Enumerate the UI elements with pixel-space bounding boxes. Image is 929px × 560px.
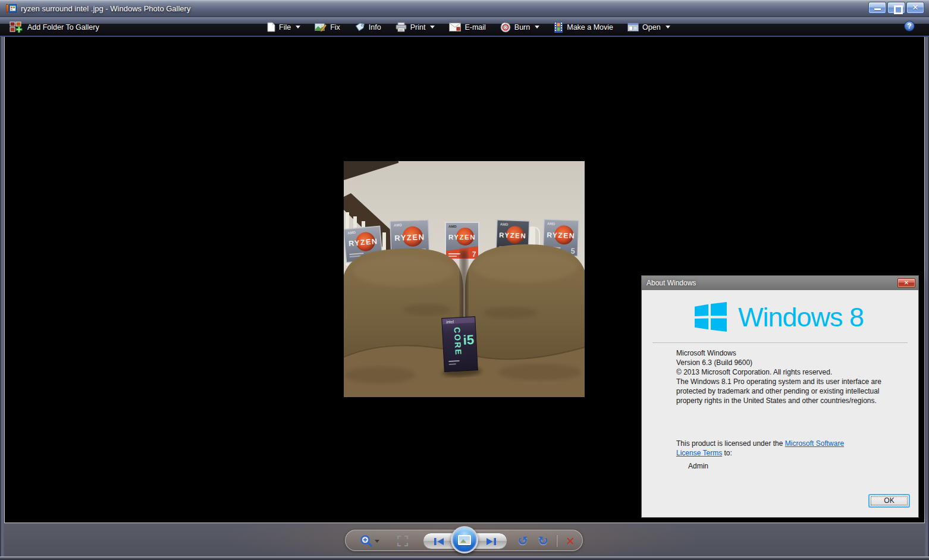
chevron-down-icon	[666, 26, 670, 29]
svg-text:CORE: CORE	[452, 327, 463, 356]
next-icon	[485, 536, 498, 548]
tag-icon	[354, 22, 365, 33]
licensee-name: Admin	[688, 461, 903, 471]
windows-product-name: Windows 8	[738, 304, 864, 331]
burn-disc-icon	[500, 22, 511, 33]
window-title: ryzen surround intel .jpg - Windows Phot…	[21, 4, 190, 13]
make-movie-button[interactable]: Make a Movie	[550, 20, 617, 34]
email-icon	[449, 23, 461, 32]
trademark-text: The Windows 8.1 Pro operating system and…	[676, 377, 903, 405]
close-button[interactable]	[906, 2, 924, 14]
dialog-close-button[interactable]: ✕	[897, 278, 915, 288]
open-button[interactable]: Open	[624, 20, 674, 34]
chevron-down-icon	[430, 26, 435, 29]
intel-box: intel CORE i5	[440, 316, 482, 377]
rotate-ccw-button[interactable]: ↺	[514, 533, 531, 549]
window-controls	[868, 2, 924, 14]
open-window-icon	[627, 23, 639, 32]
close-icon: ✕	[904, 279, 909, 286]
windows-logo: Windows 8	[693, 300, 918, 334]
help-icon: ?	[907, 22, 911, 30]
window-frame-right	[925, 37, 929, 560]
file-icon	[267, 22, 275, 32]
toolbar-divider	[557, 535, 557, 547]
titlebar[interactable]: ryzen surround intel .jpg - Windows Phot…	[0, 0, 929, 17]
info-button[interactable]: Info	[351, 20, 385, 34]
svg-text:intel: intel	[446, 319, 454, 324]
bottom-bar: ↺ ↻ ✕	[4, 523, 925, 556]
burn-button[interactable]: Burn	[497, 20, 543, 34]
os-version: Version 6.3 (Build 9600)	[676, 358, 903, 367]
minimize-button[interactable]	[868, 2, 886, 14]
magnifier-icon	[360, 534, 373, 548]
delete-icon: ✕	[566, 534, 575, 548]
license-text: This product is licensed under the Micro…	[676, 439, 856, 458]
zoom-dropdown-arrow-icon	[375, 540, 379, 543]
previous-button[interactable]	[423, 533, 454, 550]
email-button[interactable]: E-mail	[445, 20, 489, 34]
rotate-ccw-icon: ↺	[517, 534, 528, 548]
next-button[interactable]	[476, 533, 507, 550]
slideshow-button[interactable]	[451, 526, 478, 553]
chevron-down-icon	[296, 26, 300, 29]
photo-gallery-window: ryzen surround intel .jpg - Windows Phot…	[0, 0, 929, 560]
svg-text:RYZEN: RYZEN	[448, 234, 476, 241]
photo-gallery-app-icon	[6, 4, 17, 13]
dialog-titlebar[interactable]: About Windows ✕	[642, 276, 918, 290]
os-name: Microsoft Windows	[676, 348, 903, 358]
chevron-down-icon	[535, 26, 539, 29]
windows-flag-icon	[693, 301, 728, 333]
add-folder-icon	[10, 21, 24, 33]
spacer	[676, 405, 903, 439]
dialog-title: About Windows	[646, 279, 696, 287]
about-text-block: Microsoft Windows Version 6.3 (Build 960…	[676, 348, 903, 471]
svg-text:AMD: AMD	[394, 223, 403, 226]
rotate-cw-button[interactable]: ↻	[535, 533, 551, 549]
toolbar-center-group: File Fix Info	[263, 20, 681, 34]
photo-content: AMD RYZEN 5 AMD RYZEN 7 AMD RYZEN	[344, 161, 585, 397]
svg-text:AMD: AMD	[347, 231, 356, 235]
restore-button[interactable]	[887, 2, 905, 14]
svg-text:AMD: AMD	[500, 222, 509, 226]
main-toolbar: Add Folder To Gallery File Fix	[0, 17, 929, 37]
window-frame-bottom	[0, 556, 929, 560]
actual-size-button[interactable]	[394, 533, 411, 549]
svg-text:RYZEN: RYZEN	[547, 231, 575, 240]
fit-icon	[396, 534, 409, 548]
window-frame-left	[0, 37, 4, 560]
delete-button[interactable]: ✕	[561, 533, 580, 549]
svg-text:RYZEN: RYZEN	[394, 232, 425, 243]
svg-text:i5: i5	[463, 332, 475, 348]
file-button[interactable]: File	[263, 20, 304, 34]
fix-button[interactable]: Fix	[311, 20, 344, 34]
slideshow-icon	[458, 535, 471, 545]
svg-text:RYZEN: RYZEN	[499, 231, 526, 240]
svg-text:AMD: AMD	[547, 222, 556, 225]
add-folder-button[interactable]: Add Folder To Gallery	[6, 20, 103, 34]
controls-pill: ↺ ↻ ✕	[345, 530, 583, 551]
filmstrip-icon	[554, 22, 563, 33]
fix-icon	[315, 22, 327, 32]
ok-button[interactable]: OK	[868, 494, 910, 508]
previous-icon	[432, 536, 445, 548]
svg-text:AMD: AMD	[448, 225, 457, 228]
about-dialog: About Windows ✕ Windows 8 Microsoft Wind…	[641, 275, 919, 518]
print-button[interactable]: Print	[392, 20, 439, 34]
zoom-button[interactable]	[355, 533, 384, 549]
copyright-text: © 2013 Microsoft Corporation. All rights…	[676, 367, 903, 377]
photo: AMD RYZEN 5 AMD RYZEN 7 AMD RYZEN	[344, 161, 585, 397]
svg-text:7: 7	[472, 250, 476, 259]
add-folder-label: Add Folder To Gallery	[27, 23, 99, 32]
help-button[interactable]: ?	[904, 21, 915, 32]
rotate-cw-icon: ↻	[538, 534, 548, 548]
printer-icon	[396, 22, 407, 32]
about-divider	[652, 342, 908, 343]
